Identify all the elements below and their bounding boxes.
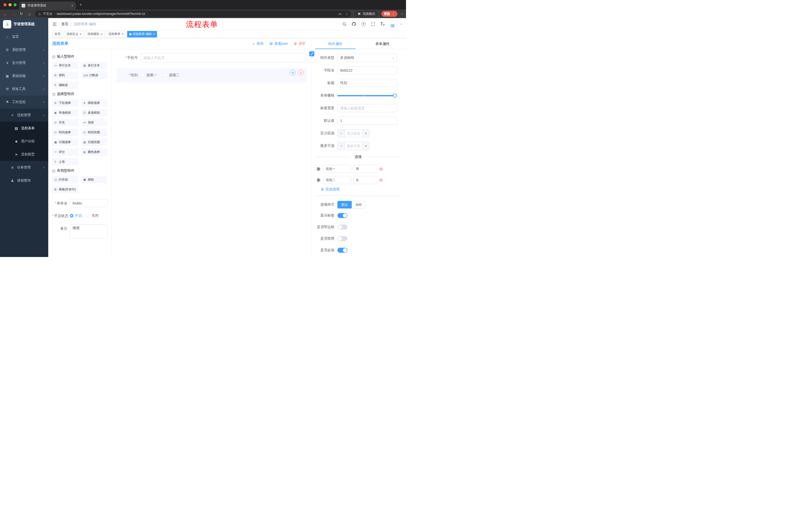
sidebar-item[interactable]: ⚑工作流程∧: [0, 96, 48, 109]
new-tab-button[interactable]: +: [79, 2, 82, 7]
close-icon[interactable]: ×: [122, 32, 124, 36]
tab-component-props[interactable]: 组件属性: [312, 38, 359, 49]
slider-track[interactable]: [338, 95, 395, 96]
user-avatar[interactable]: [390, 20, 398, 28]
security-label[interactable]: 不安全: [43, 12, 53, 16]
toggle-switch[interactable]: [338, 248, 347, 253]
palette-item[interactable]: ⊞表格[开发中]: [52, 186, 78, 193]
checkbox-option[interactable]: 选项二: [163, 73, 179, 77]
toggle-switch[interactable]: [338, 213, 347, 218]
bookmark-star-icon[interactable]: ☆: [345, 12, 348, 16]
hamburger-icon[interactable]: [52, 22, 57, 27]
view-json-button[interactable]: 查看json: [269, 42, 288, 46]
close-icon[interactable]: ×: [153, 32, 155, 36]
palette-item[interactable]: 123计数器: [81, 72, 108, 79]
save-button[interactable]: ✓ 保存: [253, 42, 264, 46]
tab-tag[interactable]: 首页: [52, 31, 63, 37]
gender-field-row-selected[interactable]: *性别 选项一选项二: [117, 68, 307, 82]
option-label-input[interactable]: [323, 165, 351, 173]
key-icon[interactable]: [338, 11, 343, 16]
palette-item[interactable]: ☑多选框组: [81, 109, 108, 116]
tab-tag[interactable]: 流程模型×: [85, 31, 105, 37]
tab-form-props[interactable]: 表单属性: [359, 38, 406, 49]
back-icon[interactable]: ←: [3, 12, 7, 16]
checkbox-box[interactable]: [141, 74, 144, 77]
copy-component-button[interactable]: [290, 70, 295, 76]
close-window-button[interactable]: [3, 3, 6, 6]
palette-item[interactable]: ▣按钮: [81, 176, 108, 183]
sidebar-item[interactable]: ⋔任务管理∨: [0, 161, 48, 174]
default-value-input[interactable]: [338, 117, 397, 125]
minimize-window-button[interactable]: [8, 3, 11, 6]
palette-item[interactable]: ◉单选框组: [52, 109, 78, 116]
min-select-input[interactable]: [345, 130, 362, 137]
drag-handle-icon[interactable]: [316, 178, 321, 182]
address-bar[interactable]: ⚠ 不安全 dashboard.yudao.iocoder.cn/bpm/man…: [35, 10, 351, 17]
sidebar-item[interactable]: ➤流程模型: [0, 148, 48, 161]
phone-field-row[interactable]: *手机号: [117, 53, 307, 62]
palette-item[interactable]: ▤多行文本: [81, 62, 108, 69]
form-canvas[interactable]: *手机号 *性别 选项一选项二: [112, 49, 312, 257]
component-type-select[interactable]: ∨: [338, 54, 397, 62]
tab-tag[interactable]: 流程表单×: [106, 31, 126, 37]
update-button[interactable]: 更新 ⋮: [381, 11, 398, 17]
checkbox-box[interactable]: [163, 74, 167, 77]
palette-item[interactable]: ⇪上传: [52, 158, 78, 165]
close-icon[interactable]: ×: [101, 32, 103, 36]
style-default-button[interactable]: 默认: [338, 201, 352, 209]
palette-item[interactable]: ⊚下拉选择: [52, 99, 78, 107]
clear-button[interactable]: 清空: [293, 42, 306, 46]
option-label-input[interactable]: [323, 176, 351, 184]
breadcrumb-home[interactable]: 首页: [61, 22, 68, 26]
palette-item[interactable]: ✎编辑器: [52, 81, 78, 89]
phone-input[interactable]: [141, 53, 307, 62]
palette-item[interactable]: ◍颜色选择: [81, 148, 108, 156]
sidebar-item[interactable]: ⌂首页: [0, 30, 48, 43]
chevron-down-icon[interactable]: ∨: [401, 12, 403, 16]
drag-handle-icon[interactable]: [316, 167, 321, 171]
sidebar-item[interactable]: ⚙系统管理∨: [0, 43, 48, 56]
help-icon[interactable]: ?: [361, 22, 366, 27]
github-icon[interactable]: [351, 22, 356, 27]
decrease-button[interactable]: −: [338, 130, 345, 137]
palette-item[interactable]: ◴时间范围: [81, 129, 108, 136]
browser-menu-icon[interactable]: ⋮: [392, 12, 395, 16]
tab-tag[interactable]: 流程表单-编辑×: [127, 31, 157, 37]
min-select-stepper[interactable]: − +: [338, 129, 370, 137]
tab-tag[interactable]: 流程定义×: [64, 31, 84, 37]
browser-tab[interactable]: 芋道管理系统 ×: [19, 1, 76, 9]
max-select-stepper[interactable]: − +: [338, 142, 370, 150]
palette-item[interactable]: ▭单行文本: [52, 62, 78, 69]
font-size-icon[interactable]: TT: [380, 22, 385, 27]
sidebar-item[interactable]: ▤流程表单: [0, 122, 48, 135]
palette-item[interactable]: ⊙开关: [52, 119, 78, 126]
remark-textarea[interactable]: 嘿嘿: [70, 224, 107, 238]
palette-item[interactable]: ⊷滑块: [81, 119, 108, 126]
sidebar-item[interactable]: ⚒研发工具∨: [0, 82, 48, 96]
maximize-window-button[interactable]: [13, 3, 17, 6]
form-name-input[interactable]: [70, 199, 107, 207]
close-icon[interactable]: ×: [71, 3, 74, 7]
home-icon[interactable]: ⌂: [27, 12, 32, 16]
toggle-switch[interactable]: [338, 224, 347, 229]
increase-button[interactable]: +: [362, 142, 369, 150]
search-icon[interactable]: [342, 22, 347, 27]
logo[interactable]: 芋道管理系统: [0, 18, 48, 30]
add-option-button[interactable]: ⊕ 添加选项: [313, 187, 406, 192]
sidebar-item[interactable]: ♟请假查询: [0, 174, 48, 187]
palette-item[interactable]: ◷时间选择: [52, 129, 78, 136]
remove-option-icon[interactable]: ⊖: [379, 167, 383, 171]
style-button-button[interactable]: 按钮: [352, 201, 366, 209]
reload-icon[interactable]: ↻: [19, 11, 24, 16]
label-width-input[interactable]: [338, 104, 397, 112]
option-value-input[interactable]: [353, 176, 377, 184]
palette-item[interactable]: ⊟密码: [52, 72, 78, 79]
palette-item[interactable]: ⋔级联选择: [81, 99, 108, 107]
radio-off[interactable]: 关闭: [86, 214, 98, 218]
component-type-value[interactable]: [338, 54, 397, 62]
toggle-switch[interactable]: [338, 236, 347, 241]
decrease-button[interactable]: −: [338, 142, 345, 150]
sidebar-item[interactable]: ¥支付管理∨: [0, 56, 48, 70]
url-text[interactable]: dashboard.yudao.iocoder.cn/bpm/manager/f…: [57, 12, 336, 16]
palette-item[interactable]: ☆评分: [52, 148, 78, 156]
